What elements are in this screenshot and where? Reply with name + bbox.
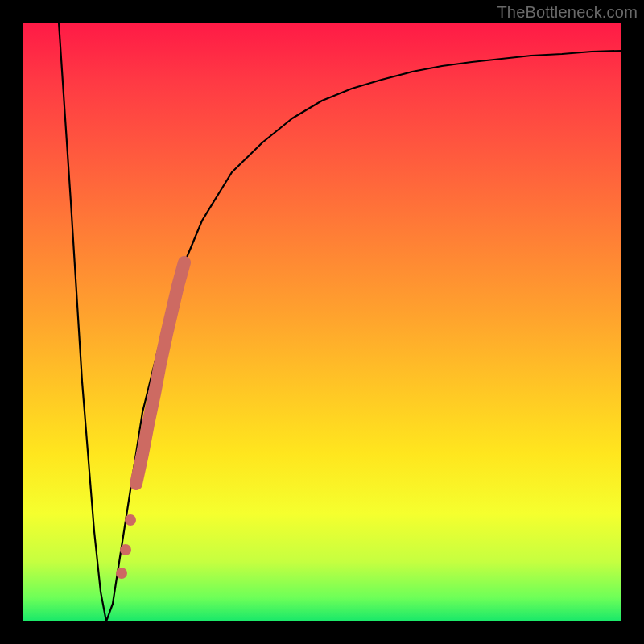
highlight-dot — [116, 568, 127, 579]
bottleneck-plot — [23, 23, 621, 621]
curve-layer — [23, 23, 621, 621]
watermark-text: TheBottleneck.com — [497, 3, 638, 22]
main-curve — [59, 23, 621, 621]
highlight-dot — [120, 544, 131, 555]
highlight-segment — [136, 262, 184, 484]
highlight-dot — [125, 514, 136, 526]
chart-frame: TheBottleneck.com — [0, 0, 644, 644]
